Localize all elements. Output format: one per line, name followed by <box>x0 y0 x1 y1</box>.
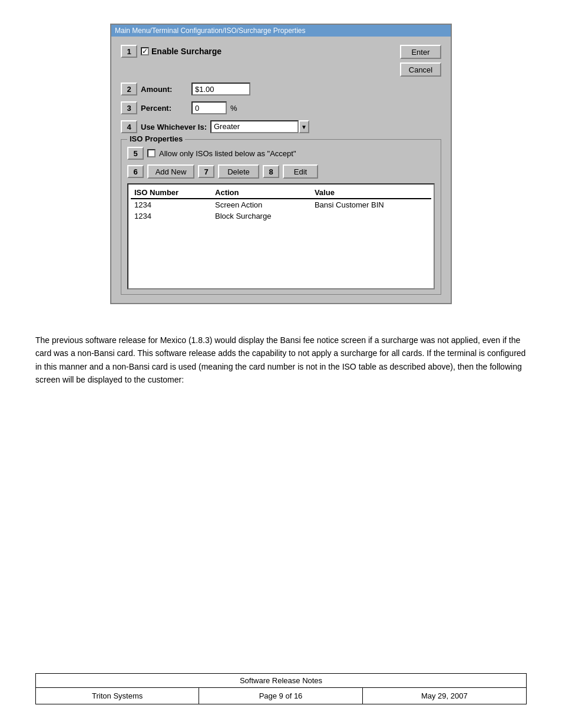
body-text: The previous software release for Mexico… <box>35 334 527 387</box>
value-cell <box>311 210 431 222</box>
footer: Software Release Notes Triton Systems Pa… <box>35 673 527 704</box>
enter-button[interactable]: Enter <box>400 45 441 59</box>
iso-group-title: ISO Properties <box>127 134 185 143</box>
table-row[interactable]: 1234 Block Surcharge <box>131 210 431 222</box>
iso-table: ISO Number Action Value 1234 Screen Acti… <box>131 187 431 222</box>
iso-number-cell: 1234 <box>131 199 211 210</box>
amount-row: 2 Amount: <box>121 83 441 95</box>
enable-surcharge-checkbox[interactable]: ✓ <box>141 47 149 55</box>
num-btn-1[interactable]: 1 <box>121 45 137 58</box>
edit-button[interactable]: Edit <box>283 164 318 179</box>
footer-right: May 29, 2007 <box>363 688 526 704</box>
iso-table-area: ISO Number Action Value 1234 Screen Acti… <box>127 183 435 289</box>
iso-number-cell: 1234 <box>131 210 211 222</box>
iso-properties-group: ISO Properties 5 Allow only ISOs listed … <box>121 139 441 295</box>
percent-row: 3 Percent: % <box>121 101 441 114</box>
whichever-dropdown-container: Greater ▼ <box>210 120 309 133</box>
dialog-window: Main Menu/Terminal Configuration/ISO/Sur… <box>110 24 452 304</box>
col-header-value: Value <box>311 187 431 199</box>
right-buttons: Enter Cancel <box>400 45 441 77</box>
footer-left: Triton Systems <box>36 688 199 704</box>
allow-iso-checkbox[interactable] <box>147 149 156 157</box>
num-btn-8[interactable]: 8 <box>263 165 279 178</box>
percent-input[interactable] <box>191 101 227 114</box>
footer-title: Software Release Notes <box>36 674 526 688</box>
whichever-dropdown-value[interactable]: Greater <box>210 120 299 133</box>
footer-inner: Software Release Notes Triton Systems Pa… <box>35 674 527 704</box>
num-btn-5[interactable]: 5 <box>127 147 144 160</box>
amount-label: Amount: <box>141 85 188 94</box>
num-btn-7[interactable]: 7 <box>198 165 214 178</box>
num-btn-4[interactable]: 4 <box>121 120 137 133</box>
col-header-action: Action <box>211 187 311 199</box>
cancel-button[interactable]: Cancel <box>400 62 441 77</box>
allow-iso-label: Allow only ISOs listed below as "Accept" <box>159 149 296 158</box>
num-btn-3[interactable]: 3 <box>121 101 137 114</box>
num-btn-6[interactable]: 6 <box>127 165 144 178</box>
num-btn-2[interactable]: 2 <box>121 83 137 95</box>
iso-buttons-row: 6 Add New 7 Delete 8 Edit <box>127 164 435 179</box>
whichever-label: Use Whichever Is: <box>141 123 207 131</box>
allow-iso-row: 5 Allow only ISOs listed below as "Accep… <box>127 147 435 160</box>
add-new-button[interactable]: Add New <box>147 164 194 179</box>
percent-suffix: % <box>230 104 237 113</box>
amount-input[interactable] <box>191 83 250 95</box>
dialog-titlebar: Main Menu/Terminal Configuration/ISO/Sur… <box>111 25 451 37</box>
action-cell: Block Surcharge <box>211 210 311 222</box>
percent-label: Percent: <box>141 104 188 113</box>
table-row[interactable]: 1234 Screen Action Bansi Customer BIN <box>131 199 431 210</box>
dropdown-arrow-icon[interactable]: ▼ <box>299 120 309 133</box>
value-cell: Bansi Customer BIN <box>311 199 431 210</box>
enable-surcharge-label: Enable Surcharge <box>151 47 222 56</box>
col-header-iso: ISO Number <box>131 187 211 199</box>
delete-button[interactable]: Delete <box>218 164 259 179</box>
enable-surcharge-row: ✓ Enable Surcharge <box>141 47 222 56</box>
whichever-row: 4 Use Whichever Is: Greater ▼ <box>121 120 441 133</box>
footer-center: Page 9 of 16 <box>199 688 362 704</box>
action-cell: Screen Action <box>211 199 311 210</box>
